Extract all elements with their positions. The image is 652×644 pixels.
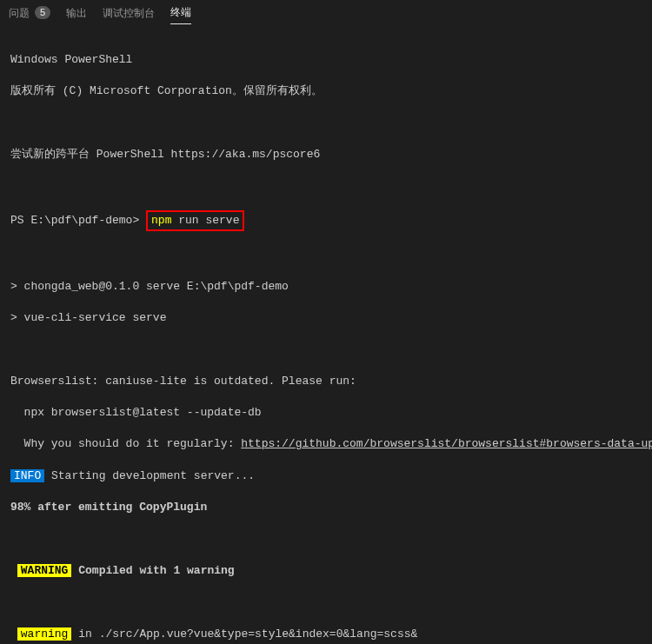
blank: [10, 342, 642, 357]
tab-debug-console[interactable]: 调试控制台: [103, 6, 155, 24]
blank: [10, 178, 642, 194]
tab-problems-label: 问题: [9, 6, 30, 21]
cmd-npm: npm: [151, 214, 171, 227]
cmd-rest: run serve: [171, 214, 239, 227]
browserslist-3: Why you should do it regularly: https://…: [10, 436, 642, 452]
blank: [10, 532, 642, 548]
info-line: INFO Starting development server...: [10, 468, 642, 484]
ps-header-2: 版权所有 (C) Microsoft Corporation。保留所有权利。: [10, 83, 642, 99]
warning-tag-2: warning: [17, 627, 72, 641]
ps-prompt: PS E:\pdf\pdf-demo>: [10, 214, 146, 227]
problems-count-badge: 5: [35, 6, 50, 19]
bl-why: Why you should do it regularly:: [10, 437, 241, 450]
warning-tag: WARNING: [17, 564, 72, 577]
blank: [10, 594, 642, 610]
warning-text: Compiled with 1 warning: [71, 564, 234, 577]
tab-terminal-label: 终端: [170, 5, 191, 20]
tab-debug-label: 调试控制台: [103, 6, 155, 21]
ps-crossplat: 尝试新的跨平台 PowerShell https://aka.ms/pscore…: [10, 147, 642, 163]
warning-compiled: WARNING Compiled with 1 warning: [10, 563, 642, 579]
prompt-line: PS E:\pdf\pdf-demo> npm run serve: [10, 210, 642, 231]
command-highlight-box: npm run serve: [146, 210, 244, 231]
serve-line-2: > vue-cli-service serve: [10, 310, 642, 326]
info-tag: INFO: [10, 469, 44, 482]
warning-in-text: in ./src/App.vue?vue&type=style&index=0&…: [71, 627, 417, 641]
terminal-output[interactable]: Windows PowerShell 版权所有 (C) Microsoft Co…: [0, 30, 652, 644]
blank: [10, 247, 642, 262]
browserslist-1: Browserslist: caniuse-lite is outdated. …: [10, 374, 642, 389]
blank: [10, 116, 642, 131]
ps-header-1: Windows PowerShell: [10, 52, 642, 68]
serve-line-1: > chongda_web@0.1.0 serve E:\pdf\pdf-dem…: [10, 279, 642, 295]
info-text: Starting development server...: [44, 469, 255, 482]
browserslist-2: npx browserslist@latest --update-db: [10, 405, 642, 421]
warning-in: warning in ./src/App.vue?vue&type=style&…: [10, 627, 642, 642]
panel-tabs: 问题 5 输出 调试控制台 终端: [0, 0, 652, 30]
tab-problems[interactable]: 问题 5: [9, 6, 50, 24]
tab-output[interactable]: 输出: [66, 6, 87, 24]
progress-line: 98% after emitting CopyPlugin: [10, 500, 642, 515]
browserslist-link[interactable]: https://github.com/browserslist/browsers…: [241, 437, 652, 450]
tab-terminal[interactable]: 终端: [170, 5, 191, 24]
tab-output-label: 输出: [66, 6, 87, 21]
